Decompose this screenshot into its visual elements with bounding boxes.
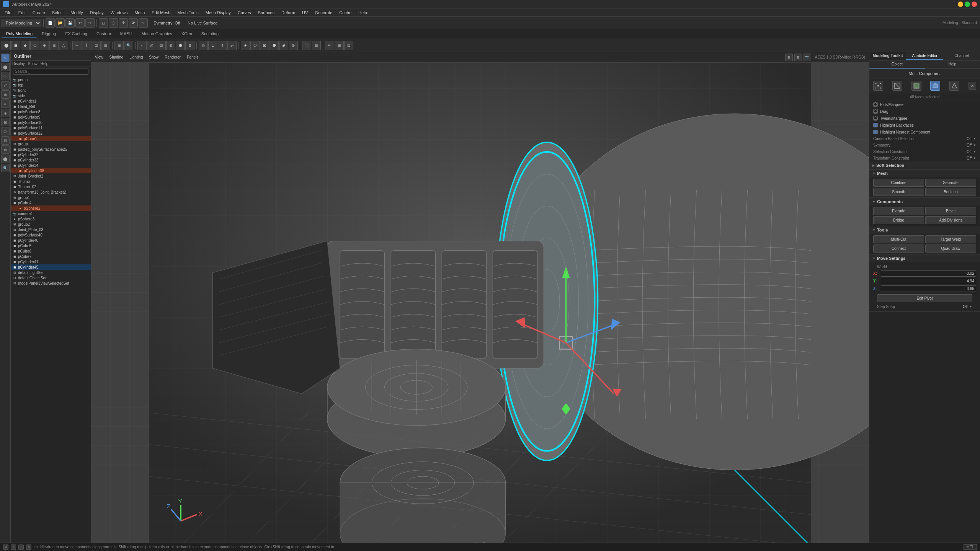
icon-btn-9[interactable]: T xyxy=(82,41,91,50)
vp-btn-panels[interactable]: Panels xyxy=(185,54,201,60)
vp-btn-renderer[interactable]: Renderer xyxy=(162,54,183,60)
face-mode-btn[interactable] xyxy=(911,81,921,91)
open-scene-btn[interactable]: 📂 xyxy=(56,18,65,28)
icon-btn-30[interactable]: ⬛ xyxy=(302,41,311,50)
icon-btn-16[interactable]: ⊡ xyxy=(157,41,166,50)
icon-btn-14[interactable]: ○ xyxy=(137,41,147,50)
bridge-btn[interactable]: Bridge xyxy=(873,216,924,224)
outliner-item-group2[interactable]: ⊞ group2 xyxy=(11,222,91,227)
tab-xgen[interactable]: XGen xyxy=(177,30,197,38)
icon-btn-28[interactable]: ◉ xyxy=(279,41,288,50)
combine-btn[interactable]: Combine xyxy=(873,179,924,187)
icon-btn-11[interactable]: ⊟ xyxy=(101,41,110,50)
menu-generate[interactable]: Generate xyxy=(312,10,335,16)
icon-btn-18[interactable]: ⬟ xyxy=(176,41,185,50)
quad-draw-btn[interactable]: Quad Draw xyxy=(925,245,976,253)
object-subtab[interactable]: Object xyxy=(869,60,925,68)
icon-btn-7[interactable]: △ xyxy=(59,41,68,50)
menu-mesh-tools[interactable]: Mesh Tools xyxy=(174,10,201,16)
close-multicomp-btn[interactable]: ✕ xyxy=(969,82,976,90)
outliner-item-defaultlightset[interactable]: ⊡ defaultLightSet xyxy=(11,270,91,275)
tool-7[interactable]: ◈ xyxy=(1,109,10,117)
sc-dropdown[interactable]: Off ▼ xyxy=(967,150,976,154)
vp-btn-show[interactable]: Show xyxy=(147,54,161,60)
channel-tab[interactable]: Channel xyxy=(943,52,980,60)
tab-mash[interactable]: MASH xyxy=(116,30,137,38)
save-scene-btn[interactable]: 💾 xyxy=(65,18,75,28)
outliner-item-pcylinder40[interactable]: ◼ pCylinder40 xyxy=(11,238,91,243)
extrude-btn[interactable]: Extrude xyxy=(873,207,924,215)
move-settings-header[interactable]: ▼ Move Settings xyxy=(869,254,980,262)
edge-mode-btn[interactable] xyxy=(892,81,902,91)
bevel-btn[interactable]: Bevel xyxy=(925,207,976,215)
mode-selector[interactable]: Poly Modeling xyxy=(2,19,41,27)
highlight-backfaces-checkbox[interactable]: ✓ xyxy=(873,123,878,127)
outliner-item-camera1[interactable]: 📷 camera1 xyxy=(11,211,91,216)
icon-btn-8[interactable]: ✂ xyxy=(72,41,82,50)
outliner-item-thumb[interactable]: ◼ Thumb xyxy=(11,179,91,184)
outliner-item-polysurface10[interactable]: ◼ polySurface10 xyxy=(11,120,91,125)
sculpt-tool[interactable]: ⊕ xyxy=(1,90,10,99)
vp-grid-btn[interactable]: ⊟ xyxy=(794,54,802,61)
tool-8[interactable]: ⊞ xyxy=(1,118,10,126)
drag-checkbox[interactable] xyxy=(873,109,878,114)
minimize-btn[interactable] xyxy=(958,2,963,7)
boolean-btn[interactable]: Boolean xyxy=(925,188,976,196)
outliner-item-group1[interactable]: ⊞ group1 xyxy=(11,195,91,200)
icon-btn-27[interactable]: ⬢ xyxy=(270,41,279,50)
outliner-item-modelpanel3[interactable]: ⊡ modelPanel3ViewSelectedSet xyxy=(11,280,91,286)
icon-btn-25[interactable]: ⬡ xyxy=(250,41,260,50)
uv-mode-btn[interactable] xyxy=(949,81,959,91)
outliner-item-pcube6[interactable]: ◼ pCube6 xyxy=(11,248,91,254)
add-divisions-btn[interactable]: Add Divisions xyxy=(925,216,976,224)
icon-btn-32[interactable]: ✏ xyxy=(325,41,334,50)
outliner-item-hand-ref[interactable]: ◼ Hand_Ref xyxy=(11,104,91,109)
outliner-item-pcylinder45[interactable]: ◼ pCylinder45 xyxy=(11,264,91,270)
menu-mesh-display[interactable]: Mesh Display xyxy=(203,10,234,16)
tab-sculpting[interactable]: Sculpting xyxy=(197,30,223,38)
tc-dropdown[interactable]: Off ▼ xyxy=(967,156,976,160)
outliner-item-polysurface11[interactable]: ◼ polySurface11 xyxy=(11,125,91,130)
outliner-item-side[interactable]: 📷 side xyxy=(11,93,91,98)
icon-btn-22[interactable]: ⤒ xyxy=(218,41,227,50)
menu-windows[interactable]: Windows xyxy=(108,10,131,16)
vertex-mode-btn[interactable] xyxy=(873,81,883,91)
connect-btn[interactable]: Connect xyxy=(873,245,924,253)
icon-btn-21[interactable]: ⤓ xyxy=(208,41,217,50)
vp-btn-shading[interactable]: Shading xyxy=(107,54,126,60)
undo-btn[interactable]: ↩ xyxy=(75,18,85,28)
icon-btn-31[interactable]: ⊟ xyxy=(312,41,321,50)
lasso-tool[interactable]: ◌ xyxy=(1,72,10,80)
outliner-item-pcylinder32[interactable]: ◼ pCylinder32 xyxy=(11,152,91,157)
soft-selection-header[interactable]: ▶ Soft Selection xyxy=(869,161,980,169)
smooth-btn[interactable]: Smooth xyxy=(873,188,924,196)
menu-curves[interactable]: Curves xyxy=(235,10,254,16)
move-tool-btn[interactable]: ✛ xyxy=(119,18,128,28)
lasso-tool-btn[interactable]: ◌ xyxy=(109,18,118,28)
outliner-search-input[interactable] xyxy=(13,68,88,75)
outliner-item-thumb02[interactable]: ◼ Thumb_02 xyxy=(11,184,91,189)
no-live-label[interactable]: No Live Surface xyxy=(186,21,219,25)
icon-btn-2[interactable]: ◼ xyxy=(11,41,20,50)
outliner-item-pcylinder41[interactable]: ◼ pCylinder41 xyxy=(11,259,91,264)
target-weld-btn[interactable]: Target Weld xyxy=(925,235,976,243)
menu-file[interactable]: File xyxy=(2,10,15,16)
outliner-item-pcube5[interactable]: ◼ pCube5 xyxy=(11,243,91,248)
cbs-dropdown[interactable]: Off ▼ xyxy=(967,137,976,141)
outliner-show-menu[interactable]: Show xyxy=(28,62,38,66)
tab-poly-modeling[interactable]: Poly Modeling xyxy=(2,30,37,38)
outliner-item-polysurface40[interactable]: ◼ polySurface40 xyxy=(11,232,91,238)
close-btn[interactable] xyxy=(972,2,977,7)
outliner-item-pasted-poly[interactable]: ◼ pasted_polySurfaceShape25 xyxy=(11,147,91,152)
icon-btn-24[interactable]: ◈ xyxy=(241,41,250,50)
tab-custom[interactable]: Custom xyxy=(92,30,116,38)
paint-tool[interactable]: ⬤ xyxy=(1,63,10,71)
icon-btn-6[interactable]: ⊞ xyxy=(49,41,59,50)
status-icon-4[interactable]: ✕ xyxy=(26,544,31,550)
vp-camera-btn[interactable]: 📷 xyxy=(804,54,811,61)
tool-6[interactable]: ≡ xyxy=(1,99,10,108)
attribute-editor-tab[interactable]: Attribute Editor xyxy=(906,52,943,60)
status-icon-1[interactable]: M xyxy=(3,544,8,550)
outliner-item-defaultobjectset[interactable]: ⊡ defaultObjectSet xyxy=(11,275,91,280)
tool-10[interactable]: ⊡ xyxy=(1,136,10,145)
